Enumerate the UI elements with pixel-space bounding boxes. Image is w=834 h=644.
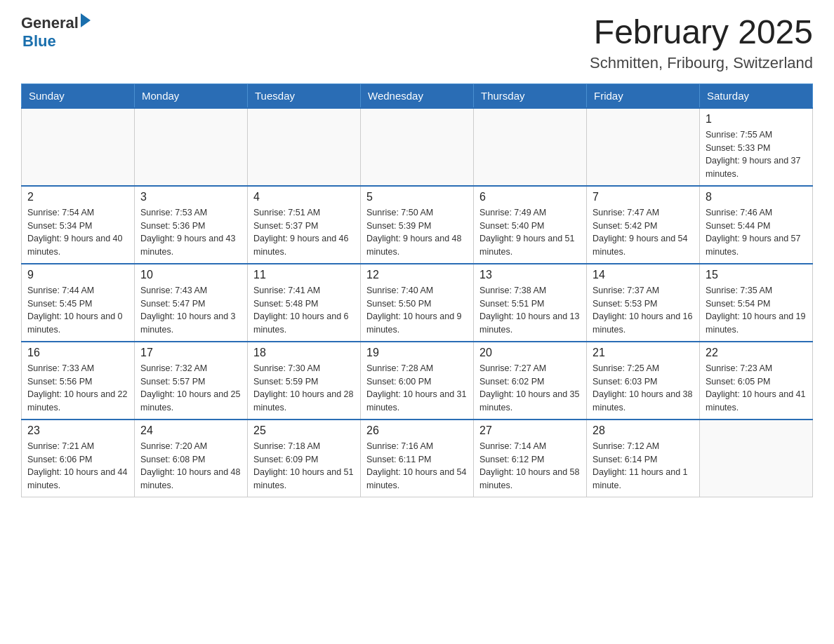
month-title: February 2025 bbox=[590, 14, 813, 51]
calendar-cell: 11Sunrise: 7:41 AM Sunset: 5:48 PM Dayli… bbox=[248, 264, 361, 342]
calendar-cell: 8Sunrise: 7:46 AM Sunset: 5:44 PM Daylig… bbox=[700, 186, 813, 264]
logo-arrow-icon bbox=[81, 13, 91, 27]
calendar-cell: 7Sunrise: 7:47 AM Sunset: 5:42 PM Daylig… bbox=[587, 186, 700, 264]
day-info: Sunrise: 7:38 AM Sunset: 5:51 PM Dayligh… bbox=[479, 284, 581, 337]
day-number: 9 bbox=[27, 269, 128, 281]
calendar-week-row-5: 23Sunrise: 7:21 AM Sunset: 6:06 PM Dayli… bbox=[22, 420, 813, 497]
calendar-cell: 18Sunrise: 7:30 AM Sunset: 5:59 PM Dayli… bbox=[248, 342, 361, 420]
calendar-cell: 9Sunrise: 7:44 AM Sunset: 5:45 PM Daylig… bbox=[22, 264, 135, 342]
calendar-week-row-1: 1Sunrise: 7:55 AM Sunset: 5:33 PM Daylig… bbox=[22, 108, 813, 186]
day-number: 1 bbox=[706, 113, 807, 126]
calendar-cell bbox=[248, 108, 361, 186]
calendar-cell: 6Sunrise: 7:49 AM Sunset: 5:40 PM Daylig… bbox=[474, 186, 587, 264]
day-info: Sunrise: 7:37 AM Sunset: 5:53 PM Dayligh… bbox=[593, 284, 694, 337]
calendar-cell bbox=[474, 108, 587, 186]
day-info: Sunrise: 7:55 AM Sunset: 5:33 PM Dayligh… bbox=[706, 128, 807, 181]
day-info: Sunrise: 7:49 AM Sunset: 5:40 PM Dayligh… bbox=[479, 206, 581, 259]
day-number: 21 bbox=[593, 347, 694, 359]
calendar-cell: 16Sunrise: 7:33 AM Sunset: 5:56 PM Dayli… bbox=[22, 342, 135, 420]
day-number: 14 bbox=[593, 269, 694, 281]
calendar-cell: 3Sunrise: 7:53 AM Sunset: 5:36 PM Daylig… bbox=[135, 186, 248, 264]
day-info: Sunrise: 7:14 AM Sunset: 6:12 PM Dayligh… bbox=[479, 440, 581, 492]
page-header: General Blue February 2025 Schmitten, Fr… bbox=[21, 14, 813, 72]
calendar-cell bbox=[135, 108, 248, 186]
day-number: 16 bbox=[27, 347, 128, 359]
day-info: Sunrise: 7:16 AM Sunset: 6:11 PM Dayligh… bbox=[366, 440, 468, 492]
day-number: 28 bbox=[593, 424, 694, 437]
day-info: Sunrise: 7:54 AM Sunset: 5:34 PM Dayligh… bbox=[27, 206, 128, 259]
day-number: 15 bbox=[706, 269, 807, 281]
calendar-cell: 2Sunrise: 7:54 AM Sunset: 5:34 PM Daylig… bbox=[22, 186, 135, 264]
calendar-table: Sunday Monday Tuesday Wednesday Thursday… bbox=[21, 83, 813, 497]
calendar-cell: 13Sunrise: 7:38 AM Sunset: 5:51 PM Dayli… bbox=[474, 264, 587, 342]
day-number: 26 bbox=[366, 424, 468, 437]
day-number: 18 bbox=[253, 347, 355, 359]
day-info: Sunrise: 7:44 AM Sunset: 5:45 PM Dayligh… bbox=[27, 284, 128, 337]
calendar-cell bbox=[587, 108, 700, 186]
day-number: 19 bbox=[366, 347, 468, 359]
calendar-cell: 21Sunrise: 7:25 AM Sunset: 6:03 PM Dayli… bbox=[587, 342, 700, 420]
col-thursday: Thursday bbox=[474, 83, 587, 108]
day-number: 12 bbox=[366, 269, 468, 281]
location-subtitle: Schmitten, Fribourg, Switzerland bbox=[590, 54, 813, 72]
calendar-week-row-2: 2Sunrise: 7:54 AM Sunset: 5:34 PM Daylig… bbox=[22, 186, 813, 264]
day-info: Sunrise: 7:33 AM Sunset: 5:56 PM Dayligh… bbox=[27, 362, 128, 415]
col-tuesday: Tuesday bbox=[248, 83, 361, 108]
day-info: Sunrise: 7:18 AM Sunset: 6:09 PM Dayligh… bbox=[253, 440, 355, 492]
calendar-cell: 10Sunrise: 7:43 AM Sunset: 5:47 PM Dayli… bbox=[135, 264, 248, 342]
calendar-cell: 12Sunrise: 7:40 AM Sunset: 5:50 PM Dayli… bbox=[361, 264, 474, 342]
calendar-cell: 15Sunrise: 7:35 AM Sunset: 5:54 PM Dayli… bbox=[700, 264, 813, 342]
day-info: Sunrise: 7:41 AM Sunset: 5:48 PM Dayligh… bbox=[253, 284, 355, 337]
day-info: Sunrise: 7:53 AM Sunset: 5:36 PM Dayligh… bbox=[140, 206, 241, 259]
day-number: 20 bbox=[479, 347, 581, 359]
day-number: 10 bbox=[140, 269, 241, 281]
day-info: Sunrise: 7:35 AM Sunset: 5:54 PM Dayligh… bbox=[706, 284, 807, 337]
day-number: 8 bbox=[706, 191, 807, 203]
col-sunday: Sunday bbox=[22, 83, 135, 108]
day-number: 2 bbox=[27, 191, 128, 203]
day-info: Sunrise: 7:40 AM Sunset: 5:50 PM Dayligh… bbox=[366, 284, 468, 337]
calendar-cell: 28Sunrise: 7:12 AM Sunset: 6:14 PM Dayli… bbox=[587, 420, 700, 497]
calendar-cell: 4Sunrise: 7:51 AM Sunset: 5:37 PM Daylig… bbox=[248, 186, 361, 264]
day-info: Sunrise: 7:20 AM Sunset: 6:08 PM Dayligh… bbox=[140, 440, 241, 492]
day-info: Sunrise: 7:51 AM Sunset: 5:37 PM Dayligh… bbox=[253, 206, 355, 259]
calendar-cell: 1Sunrise: 7:55 AM Sunset: 5:33 PM Daylig… bbox=[700, 108, 813, 186]
calendar-cell bbox=[22, 108, 135, 186]
calendar-week-row-3: 9Sunrise: 7:44 AM Sunset: 5:45 PM Daylig… bbox=[22, 264, 813, 342]
day-number: 11 bbox=[253, 269, 355, 281]
col-saturday: Saturday bbox=[700, 83, 813, 108]
calendar-cell: 23Sunrise: 7:21 AM Sunset: 6:06 PM Dayli… bbox=[22, 420, 135, 497]
calendar-header-row: Sunday Monday Tuesday Wednesday Thursday… bbox=[22, 83, 813, 108]
calendar-cell: 22Sunrise: 7:23 AM Sunset: 6:05 PM Dayli… bbox=[700, 342, 813, 420]
day-number: 22 bbox=[706, 347, 807, 359]
day-info: Sunrise: 7:25 AM Sunset: 6:03 PM Dayligh… bbox=[593, 362, 694, 415]
col-friday: Friday bbox=[587, 83, 700, 108]
day-info: Sunrise: 7:30 AM Sunset: 5:59 PM Dayligh… bbox=[253, 362, 355, 415]
day-info: Sunrise: 7:23 AM Sunset: 6:05 PM Dayligh… bbox=[706, 362, 807, 415]
calendar-cell: 17Sunrise: 7:32 AM Sunset: 5:57 PM Dayli… bbox=[135, 342, 248, 420]
logo-blue-text: Blue bbox=[22, 32, 91, 51]
day-number: 3 bbox=[140, 191, 241, 203]
calendar-cell: 25Sunrise: 7:18 AM Sunset: 6:09 PM Dayli… bbox=[248, 420, 361, 497]
day-number: 24 bbox=[140, 424, 241, 437]
calendar-cell: 24Sunrise: 7:20 AM Sunset: 6:08 PM Dayli… bbox=[135, 420, 248, 497]
calendar-cell: 19Sunrise: 7:28 AM Sunset: 6:00 PM Dayli… bbox=[361, 342, 474, 420]
day-number: 6 bbox=[479, 191, 581, 203]
day-number: 17 bbox=[140, 347, 241, 359]
day-info: Sunrise: 7:21 AM Sunset: 6:06 PM Dayligh… bbox=[27, 440, 128, 492]
col-wednesday: Wednesday bbox=[361, 83, 474, 108]
day-number: 4 bbox=[253, 191, 355, 203]
day-number: 25 bbox=[253, 424, 355, 437]
day-info: Sunrise: 7:12 AM Sunset: 6:14 PM Dayligh… bbox=[593, 440, 694, 492]
day-number: 23 bbox=[27, 424, 128, 437]
logo-general-text: General bbox=[21, 14, 79, 32]
calendar-cell bbox=[700, 420, 813, 497]
logo: General Blue bbox=[21, 14, 91, 51]
calendar-cell: 26Sunrise: 7:16 AM Sunset: 6:11 PM Dayli… bbox=[361, 420, 474, 497]
day-number: 13 bbox=[479, 269, 581, 281]
calendar-cell bbox=[361, 108, 474, 186]
day-info: Sunrise: 7:27 AM Sunset: 6:02 PM Dayligh… bbox=[479, 362, 581, 415]
calendar-cell: 5Sunrise: 7:50 AM Sunset: 5:39 PM Daylig… bbox=[361, 186, 474, 264]
calendar-cell: 20Sunrise: 7:27 AM Sunset: 6:02 PM Dayli… bbox=[474, 342, 587, 420]
col-monday: Monday bbox=[135, 83, 248, 108]
